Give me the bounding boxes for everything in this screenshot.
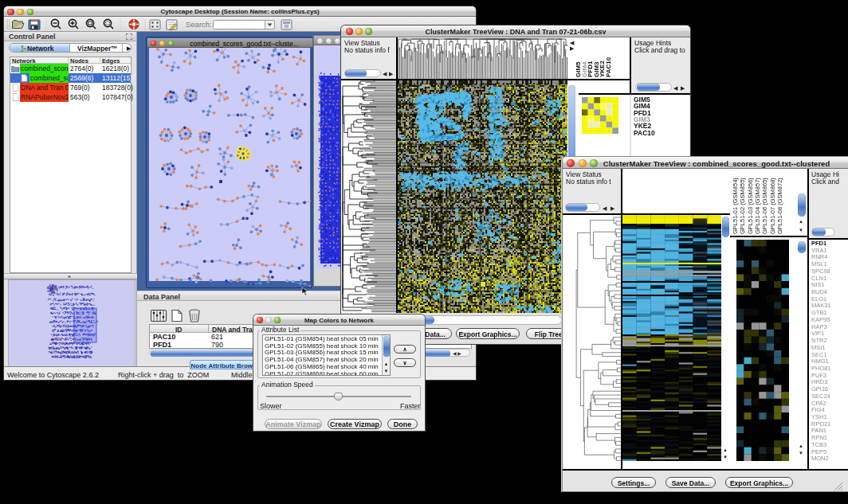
svg-text:Search:: Search:	[186, 20, 212, 29]
